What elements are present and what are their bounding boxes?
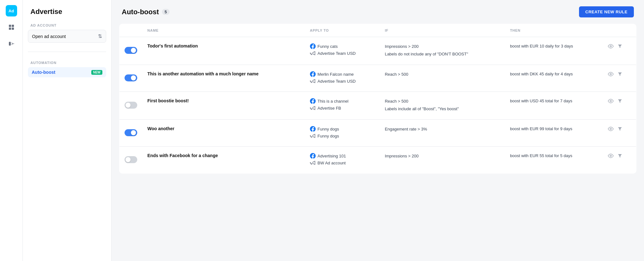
rule-toggle-4[interactable] (125, 129, 137, 136)
megaphone-icon (310, 160, 316, 166)
table-row: Ends with Facebook for a changeAdvertisi… (119, 147, 636, 174)
svg-rect-3 (12, 28, 14, 30)
apply-label: Merlin Falcon name (318, 72, 354, 77)
megaphone-icon (310, 50, 316, 56)
then-text: boost with EUR 99 total for 9 days (510, 126, 572, 131)
apply-item: Funny dogs (310, 126, 375, 132)
svg-point-9 (610, 128, 612, 130)
rule-toggle-2[interactable] (125, 74, 137, 81)
ad-account-label: AD ACCOUNT (28, 23, 106, 27)
filter-icon[interactable] (617, 99, 622, 105)
if-condition-text: Impressions > 200 (385, 43, 500, 50)
then-cell: boost with DKK 45 daily for 4 days (505, 65, 603, 92)
filter-icon[interactable] (617, 126, 622, 133)
apply-item: This is a channel (310, 98, 375, 104)
if-condition-text: Engagement rate > 3% (385, 126, 500, 132)
chevron-icon: ⇅ (98, 33, 102, 39)
col-if: IF (380, 24, 505, 37)
apply-item: Advertise Team USD (310, 78, 375, 84)
ad-account-section: AD ACCOUNT Open ad account ⇅ (28, 23, 106, 43)
rule-name-cell: This is another automation with a much l… (142, 65, 305, 92)
col-actions (603, 24, 636, 37)
if-cell: Reach > 500 (380, 65, 505, 92)
svg-rect-1 (12, 25, 14, 27)
grid-icon[interactable] (6, 22, 17, 33)
apply-item: Advertise FB (310, 105, 375, 111)
apply-item: Funny dogs (310, 133, 375, 139)
apply-item: Advertising 101 (310, 153, 375, 159)
megaphone-icon (310, 105, 316, 111)
app-title: Advertise (28, 8, 106, 16)
sidebar-item-auto-boost[interactable]: Auto-boost NEW (28, 67, 106, 77)
divider (28, 52, 106, 52)
sidebar: Ad (0, 0, 23, 261)
apply-label: Funny dogs (318, 134, 339, 138)
table-wrapper: NAME APPLY TO IF THEN Todor's first auto… (112, 24, 644, 261)
rule-toggle-1[interactable] (125, 47, 137, 54)
if-cell: Engagement rate > 3% (380, 120, 505, 147)
apply-to-cell: Funny catsAdvertise Team USD (305, 37, 380, 65)
filter-icon[interactable] (617, 153, 622, 160)
facebook-icon (310, 126, 316, 132)
svg-rect-4 (9, 42, 11, 46)
if-cell: Impressions > 200 (380, 147, 505, 174)
rule-toggle-3[interactable] (125, 102, 137, 109)
actions-cell (603, 147, 636, 166)
col-apply-to: APPLY TO (305, 24, 380, 37)
rule-name-text: Ends with Facebook for a change (147, 153, 218, 158)
ad-account-select[interactable]: Open ad account ⇅ (28, 30, 106, 43)
apply-item: Merlin Falcon name (310, 71, 375, 77)
filter-icon[interactable] (617, 72, 622, 78)
apply-label: Advertise Team USD (318, 51, 356, 56)
filter-icon[interactable] (617, 44, 622, 50)
view-icon[interactable] (608, 71, 614, 78)
nav-panel: Advertise AD ACCOUNT Open ad account ⇅ A… (23, 0, 112, 261)
create-new-rule-button[interactable]: CREATE NEW RULE (579, 6, 634, 17)
sidebar-collapse-icon[interactable] (6, 38, 17, 49)
col-toggle (119, 24, 143, 37)
if-cell: Reach > 500Labels include all of "Boost"… (380, 92, 505, 120)
apply-to-cell: This is a channelAdvertise FB (305, 92, 380, 120)
then-text: boost with USD 45 total for 7 days (510, 99, 572, 103)
svg-rect-0 (9, 25, 11, 27)
view-icon[interactable] (608, 153, 614, 160)
rule-toggle-5[interactable] (125, 156, 137, 163)
rule-name-cell: Woo another (142, 120, 305, 147)
megaphone-icon (310, 133, 316, 139)
col-then: THEN (505, 24, 603, 37)
rule-name-text: First boostie boost! (147, 98, 189, 103)
svg-point-8 (610, 100, 612, 102)
then-text: boost with EUR 10 daily for 3 days (510, 44, 573, 48)
apply-label: Funny dogs (318, 127, 339, 131)
apply-label: Funny cats (318, 44, 338, 49)
view-icon[interactable] (608, 43, 614, 50)
then-cell: boost with EUR 99 total for 9 days (505, 120, 603, 147)
toggle-cell (119, 92, 143, 120)
apply-to-cell: Advertising 101BW Ad account (305, 147, 380, 174)
if-condition-text: Impressions > 200 (385, 153, 500, 159)
if-condition-text: Reach > 500 (385, 98, 500, 105)
table-row: Woo anotherFunny dogsFunny dogsEngagemen… (119, 120, 636, 147)
apply-item: Funny cats (310, 43, 375, 49)
toggle-cell (119, 37, 143, 65)
actions-cell (603, 120, 636, 139)
table-row: Todor's first automationFunny catsAdvert… (119, 37, 636, 65)
view-icon[interactable] (608, 126, 614, 133)
new-badge: NEW (91, 70, 102, 75)
if-condition-text: Labels include all of "Boost", "Yes boos… (385, 106, 500, 112)
main-content: Auto-boost 5 CREATE NEW RULE NAME APPLY … (112, 0, 644, 261)
if-condition-text: Reach > 500 (385, 71, 500, 78)
nav-item-label: Auto-boost (32, 70, 55, 75)
toggle-cell (119, 147, 143, 174)
svg-point-6 (610, 46, 612, 47)
facebook-icon (310, 98, 316, 104)
app-logo: Ad (6, 5, 17, 16)
automation-section: AUTOMATION Auto-boost NEW (28, 61, 106, 77)
facebook-icon (310, 153, 316, 159)
count-badge: 5 (162, 9, 169, 15)
then-text: boost with EUR 55 total for 5 days (510, 153, 572, 158)
main-header: Auto-boost 5 CREATE NEW RULE (112, 0, 644, 24)
view-icon[interactable] (608, 98, 614, 105)
automation-label: AUTOMATION (28, 61, 106, 65)
table-row: This is another automation with a much l… (119, 65, 636, 92)
